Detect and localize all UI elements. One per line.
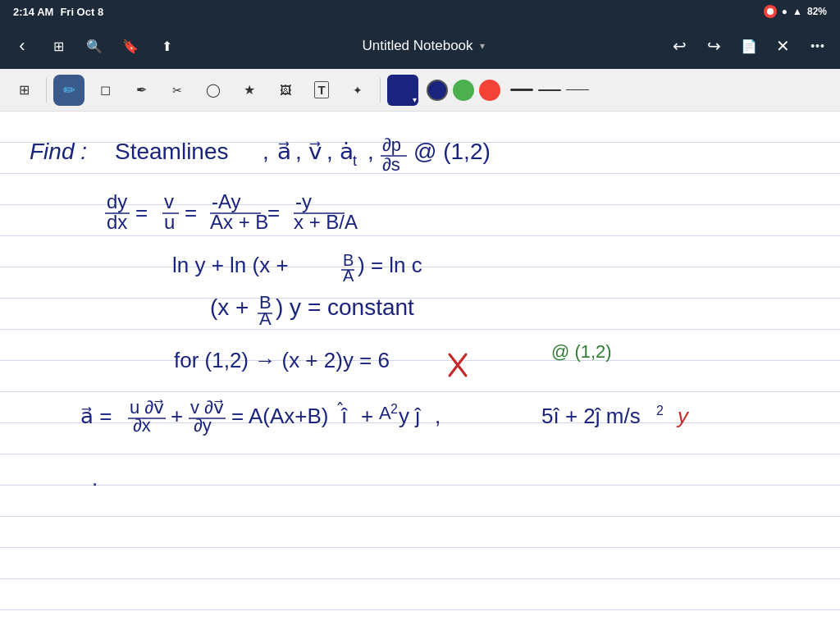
svg-text:for (1,2) → (x + 2)y = 6: for (1,2) → (x + 2)y = 6 [174,348,390,372]
svg-text:y: y [676,404,690,428]
notebook-title-area[interactable]: Untitled Notebook ▾ [362,38,484,54]
svg-text:) = ln c: ) = ln c [358,253,422,277]
highlighter-icon: ✒ [136,82,147,98]
redo-button[interactable]: ↪ [702,34,727,58]
line-thickness-medium[interactable] [538,89,561,91]
line-thickness-thin[interactable] [566,89,589,90]
more-options-button[interactable]: ••• [806,34,830,58]
svg-text:-Ay: -Ay [212,190,241,212]
svg-text:2: 2 [390,402,398,416]
date-display: Fri Oct 8 [60,6,103,18]
svg-text:î: î [340,404,348,428]
title-dropdown-icon: ▾ [480,40,485,52]
handwriting-overlay: Find : Steamlines , a⃗ , v⃗ , ȧ t , ∂p ∂… [0,112,840,630]
tool-separator-2 [380,78,381,103]
svg-text:=: = [185,200,197,225]
lasso-tool-button[interactable]: ✂ [162,75,193,106]
pen-icon: ✏ [63,81,75,99]
toolbar-right: ↩ ↪ 📄 ✕ ••• [668,34,830,58]
svg-text:v⃗: v⃗ [308,139,322,164]
tool-separator-1 [46,78,47,103]
svg-text:a⃗ =: a⃗ = [80,404,112,428]
svg-text:=: = [135,200,148,225]
more-tool-button[interactable]: ✦ [342,75,373,106]
close-button[interactable]: ✕ [771,34,796,58]
svg-text:,: , [326,139,333,164]
lasso-icon: ✂ [172,84,182,97]
svg-text:dx: dx [107,211,127,233]
svg-text:t: t [353,153,357,169]
svg-text:5î + 2ĵ m/s: 5î + 2ĵ m/s [541,404,641,428]
pen-tool-button[interactable]: ✏ [53,75,84,106]
image-tool-button[interactable]: 🖼 [270,75,301,106]
wifi-icon: ▲ [792,6,802,17]
svg-text:x + B/A: x + B/A [294,211,358,233]
svg-text:+: + [361,404,373,428]
share-button[interactable]: ⬆ [154,34,179,58]
record-button[interactable] [764,5,777,18]
shape-icon: ◯ [206,82,221,98]
svg-text:Steamlines: Steamlines [115,139,229,164]
eraser-tool-button[interactable]: ◻ [89,75,121,106]
svg-text:a⃗: a⃗ [277,139,291,164]
math-content-svg: Find : Steamlines , a⃗ , v⃗ , ȧ t , ∂p ∂… [0,112,840,630]
bookmark-button[interactable]: 🔖 [118,34,143,58]
color-swatches [427,80,500,101]
shape-tool-button[interactable]: ◯ [198,75,229,106]
line-thickness-options [510,89,589,91]
svg-text:A: A [343,267,354,285]
signal-icon: ● [782,6,788,17]
star-icon: ★ [244,82,255,98]
svg-text:(x +: (x + [210,294,249,320]
svg-text:,: , [295,139,302,164]
svg-text:,: , [435,404,441,428]
text-icon: T [314,81,328,98]
color-swatch-green[interactable] [453,80,474,101]
notebook-title: Untitled Notebook [362,38,472,54]
grid-view-button[interactable]: ⊞ [46,34,71,58]
toolbar-left: ‹ ⊞ 🔍 🔖 ⬆ [10,34,179,58]
search-button[interactable]: 🔍 [82,34,107,58]
status-right: ● ▲ 82% [764,5,827,18]
svg-text:A: A [379,403,391,423]
back-button[interactable]: ‹ [10,34,34,58]
line-thickness-heavy[interactable] [510,89,533,91]
svg-text:u: u [164,211,175,233]
color-swatch-red[interactable] [479,80,500,101]
star-tool-button[interactable]: ★ [234,75,265,106]
svg-text:) y = constant: ) y = constant [276,294,414,320]
image-icon: 🖼 [280,84,291,97]
highlighter-tool-button[interactable]: ✒ [126,75,157,106]
svg-text:@ (1,2): @ (1,2) [413,139,491,164]
color-swatch-navy[interactable] [427,80,448,101]
battery-display: 82% [807,6,827,17]
svg-text:A: A [259,308,272,329]
status-left: 2:14 AM Fri Oct 8 [13,6,103,18]
svg-text:∂s: ∂s [382,154,400,175]
add-page-button[interactable]: 📄 [737,34,761,58]
drawing-tools-bar: ⊞ ✏ ◻ ✒ ✂ ◯ ★ 🖼 T ✦ ▾ [0,69,840,112]
sidebar-icon: ⊞ [19,82,30,98]
status-bar: 2:14 AM Fri Oct 8 ● ▲ 82% [0,0,840,23]
sidebar-toggle-button[interactable]: ⊞ [8,75,39,106]
svg-text:dy: dy [107,190,127,212]
svg-text:∂p: ∂p [382,135,401,155]
notebook-content[interactable]: Find : Steamlines , a⃗ , v⃗ , ȧ t , ∂p ∂… [0,112,840,630]
svg-text:v: v [164,190,174,212]
color-picker-chevron: ▾ [413,95,417,104]
text-tool-button[interactable]: T [306,75,337,106]
time-display: 2:14 AM [13,6,53,18]
more-tool-icon: ✦ [353,84,363,97]
svg-text:∂x: ∂x [133,415,151,436]
svg-text:,: , [368,139,374,164]
svg-text:= A(Ax+B): = A(Ax+B) [231,404,329,428]
svg-text:Ax + B: Ax + B [210,211,268,233]
color-picker-dropdown-button[interactable]: ▾ [387,75,418,106]
svg-text:∂y: ∂y [194,415,212,436]
svg-text:2: 2 [656,404,664,418]
undo-button[interactable]: ↩ [668,34,692,58]
svg-text:,: , [262,139,269,164]
main-toolbar: ‹ ⊞ 🔍 🔖 ⬆ Untitled Notebook ▾ ↩ ↪ 📄 ✕ ••… [0,23,840,69]
svg-text:-y: -y [295,190,312,212]
svg-text:Find :: Find : [30,139,87,164]
